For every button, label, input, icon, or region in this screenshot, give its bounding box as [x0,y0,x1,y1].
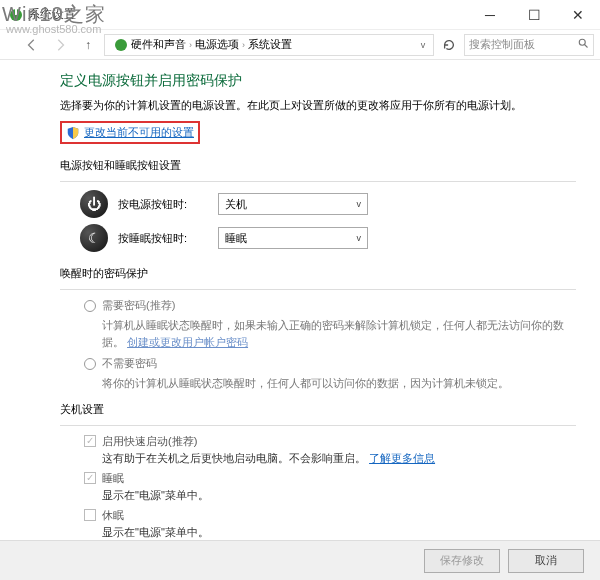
chevron-right-icon: › [189,40,192,50]
radio-button [84,358,96,370]
learn-more-link[interactable]: 了解更多信息 [369,452,435,464]
search-icon [577,37,589,52]
content-area: 定义电源按钮并启用密码保护 选择要为你的计算机设置的电源设置。在此页上对设置所做… [0,60,600,540]
close-button[interactable]: ✕ [556,0,600,30]
crumb-system[interactable]: 系统设置 [248,37,292,52]
forward-button[interactable] [48,33,72,57]
shield-icon [66,126,80,140]
sleep-button-value: 睡眠 [225,231,247,246]
up-button[interactable]: ↑ [76,33,100,57]
power-options-icon [113,37,129,53]
watermark-url: www.ghost580.com [6,23,101,35]
sleep-label: 睡眠 [102,471,124,486]
minimize-button[interactable]: ─ [468,0,512,30]
change-unavailable-settings-link[interactable]: 更改当前不可用的设置 [84,125,194,140]
hibernate-label: 休眠 [102,508,124,523]
divider [60,289,576,290]
section-shutdown-header: 关机设置 [60,402,576,417]
checkbox-icon: ✓ [84,472,96,484]
search-placeholder: 搜索控制面板 [469,37,577,52]
crumb-power[interactable]: 电源选项 [195,37,239,52]
svg-point-2 [115,39,127,51]
radio-no-desc: 将你的计算机从睡眠状态唤醒时，任何人都可以访问你的数据，因为计算机未锁定。 [102,375,576,392]
hibernate-desc: 显示在"电源"菜单中。 [102,525,576,540]
sleep-button-label: 按睡眠按钮时: [118,231,208,246]
section-wake-password-header: 唤醒时的密码保护 [60,266,576,281]
save-button[interactable]: 保存修改 [424,549,500,573]
power-icon: ⏻ [80,190,108,218]
sleep-desc: 显示在"电源"菜单中。 [102,488,576,503]
breadcrumb-dropdown[interactable]: v [415,40,431,50]
arrow-left-icon [25,38,39,52]
chevron-down-icon: v [357,199,362,209]
cancel-button[interactable]: 取消 [508,549,584,573]
svg-point-3 [579,39,585,45]
refresh-button[interactable] [438,34,460,56]
radio-require-desc: 计算机从睡眠状态唤醒时，如果未输入正确的密码来解除计算机锁定，任何人都无法访问你… [102,317,576,350]
sleep-checkbox: ✓ 睡眠 [84,471,576,486]
chevron-right-icon: › [242,40,245,50]
power-button-value: 关机 [225,197,247,212]
sleep-button-dropdown[interactable]: 睡眠 v [218,227,368,249]
admin-link-row: 更改当前不可用的设置 [60,121,200,144]
page-title: 定义电源按钮并启用密码保护 [60,72,576,90]
fast-startup-checkbox: ✓ 启用快速启动(推荐) [84,434,576,449]
hibernate-checkbox: 休眠 [84,508,576,523]
refresh-icon [442,38,456,52]
divider [60,425,576,426]
footer: 保存修改 取消 [0,540,600,580]
back-button[interactable] [20,33,44,57]
power-button-row: ⏻ 按电源按钮时: 关机 v [80,190,576,218]
crumb-hardware[interactable]: 硬件和声音 [131,37,186,52]
sleep-button-row: ☾ 按睡眠按钮时: 睡眠 v [80,224,576,252]
divider [60,181,576,182]
search-input[interactable]: 搜索控制面板 [464,34,594,56]
power-button-dropdown[interactable]: 关机 v [218,193,368,215]
create-change-password-link[interactable]: 创建或更改用户帐户密码 [127,336,248,348]
svg-line-4 [585,45,588,48]
radio-require-password: 需要密码(推荐) 计算机从睡眠状态唤醒时，如果未输入正确的密码来解除计算机锁定，… [84,298,576,350]
arrow-right-icon [53,38,67,52]
power-button-label: 按电源按钮时: [118,197,208,212]
radio-button [84,300,96,312]
fast-startup-desc: 这有助于在关机之后更快地启动电脑。不会影响重启。 了解更多信息 [102,451,576,466]
chevron-down-icon: v [357,233,362,243]
checkbox-icon [84,509,96,521]
sleep-icon: ☾ [80,224,108,252]
section-power-buttons-header: 电源按钮和睡眠按钮设置 [60,158,576,173]
page-subtitle: 选择要为你的计算机设置的电源设置。在此页上对设置所做的更改将应用于你所有的电源计… [60,98,576,113]
radio-no-password: 不需要密码 将你的计算机从睡眠状态唤醒时，任何人都可以访问你的数据，因为计算机未… [84,356,576,392]
checkbox-icon: ✓ [84,435,96,447]
breadcrumb[interactable]: 硬件和声音 › 电源选项 › 系统设置 v [104,34,434,56]
fast-startup-label: 启用快速启动(推荐) [102,434,197,449]
radio-no-label: 不需要密码 [102,356,157,371]
maximize-button[interactable]: ☐ [512,0,556,30]
radio-require-label: 需要密码(推荐) [102,298,175,313]
